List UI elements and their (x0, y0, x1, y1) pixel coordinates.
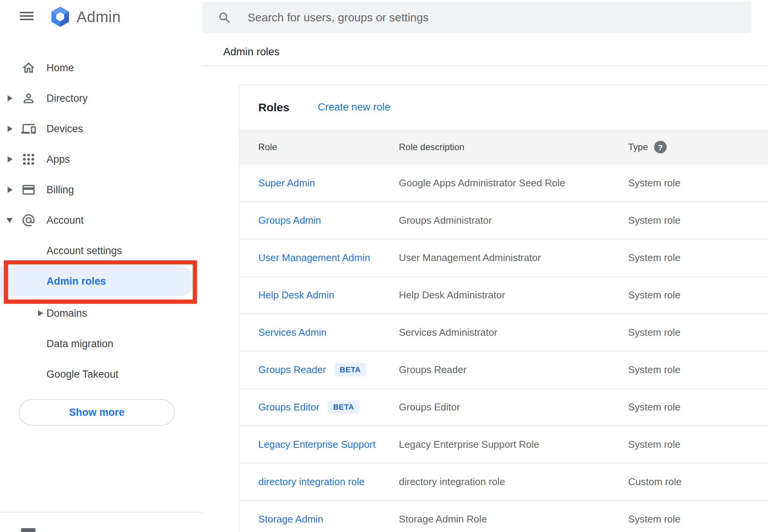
expand-arrow-icon (8, 126, 13, 132)
roles-card-title: Roles (258, 101, 290, 114)
home-icon (21, 61, 36, 75)
role-link[interactable]: Services Admin (258, 327, 326, 338)
help-question-icon[interactable]: ? (654, 141, 667, 154)
expand-arrow-icon (8, 156, 13, 162)
role-description: Groups Editor (399, 401, 460, 413)
expand-arrow-icon (8, 95, 13, 101)
expand-arrow-icon (8, 187, 13, 193)
role-description: directory integration role (399, 476, 505, 488)
role-type: System role (628, 327, 680, 338)
sidebar-item-label: Google Takeout (46, 369, 118, 380)
devices-icon (21, 122, 36, 136)
sidebar-item-label: Directory (46, 93, 88, 104)
sidebar-item-billing[interactable]: Billing (0, 175, 202, 205)
role-description: User Management Administrator (399, 252, 541, 264)
role-link[interactable]: Groups Reader (258, 364, 326, 376)
role-type: System role (628, 401, 680, 413)
sidebar-item-label: Billing (46, 184, 74, 196)
sidebar-item-account[interactable]: Account (0, 205, 202, 236)
sidebar-item-data-migration[interactable]: Data migration (0, 328, 202, 359)
role-type: System role (628, 289, 680, 301)
role-description: Legacy Enterprise Support Role (399, 439, 539, 450)
sidebar-item-label: Account (46, 215, 84, 226)
roles-card: Roles Create new role Role Role descript… (239, 85, 768, 532)
sidebar-item-label: Devices (46, 123, 83, 135)
table-row: Legacy Enterprise Support Legacy Enterpr… (239, 426, 768, 463)
role-description: Storage Admin Role (399, 513, 487, 525)
apps-grid-icon (21, 152, 36, 167)
role-link[interactable]: Groups Editor (258, 401, 319, 413)
search-icon (218, 11, 231, 24)
sidebar-divider (0, 512, 202, 513)
beta-badge: BETA (334, 363, 366, 377)
table-row: Storage Admin Storage Admin Role System … (239, 501, 768, 532)
beta-badge: BETA (328, 401, 359, 414)
page-title: Admin roles (223, 46, 280, 58)
sidebar-item-label: Data migration (46, 338, 114, 350)
role-description: Google Apps Administrator Seed Role (399, 177, 565, 189)
table-row: Help Desk Admin Help Desk Administrator … (239, 277, 768, 314)
column-header-role: Role (258, 142, 277, 152)
role-description: Groups Administrator (399, 215, 492, 226)
show-more-button[interactable]: Show more (19, 399, 175, 426)
sidebar-item-domains[interactable]: Domains (0, 298, 202, 328)
role-type: System role (628, 513, 680, 525)
roles-table-body: Super Admin Google Apps Administrator Se… (239, 165, 768, 532)
sidebar-item-label: Account settings (46, 245, 122, 257)
column-header-description: Role description (399, 142, 464, 152)
role-type: System role (628, 215, 680, 226)
table-row: User Management Admin User Management Ad… (239, 239, 768, 277)
sidebar-item-label: Domains (46, 308, 87, 319)
role-link[interactable]: User Management Admin (258, 252, 370, 264)
table-row: Super Admin Google Apps Administrator Se… (239, 165, 768, 202)
roles-table-header: Role Role description Type ? (239, 130, 768, 165)
billing-card-icon (21, 183, 36, 197)
role-description: Help Desk Administrator (399, 289, 505, 301)
sidebar-item-directory[interactable]: Directory (0, 83, 202, 114)
collapse-arrow-icon (6, 218, 13, 223)
role-description: Services Administrator (399, 327, 498, 338)
role-link[interactable]: directory integration role (258, 476, 365, 488)
table-row: directory integration role directory int… (239, 463, 768, 501)
role-type: System role (628, 177, 680, 189)
roles-card-header: Roles Create new role (239, 85, 768, 130)
role-type: System role (628, 439, 680, 450)
role-link[interactable]: Legacy Enterprise Support (258, 439, 376, 450)
role-description: Groups Reader (399, 364, 467, 376)
table-row: Services Admin Services Administrator Sy… (239, 314, 768, 351)
role-type: System role (628, 364, 680, 376)
expand-arrow-icon (38, 310, 43, 316)
table-row: Groups EditorBETA Groups Editor System r… (239, 389, 768, 426)
role-link[interactable]: Groups Admin (258, 215, 321, 226)
sidebar: Home Directory Devices Apps Billin (0, 0, 202, 532)
account-at-icon (21, 213, 36, 228)
role-link[interactable]: Super Admin (258, 177, 315, 189)
sidebar-item-account-settings[interactable]: Account settings (0, 236, 202, 266)
sidebar-item-google-takeout[interactable]: Google Takeout (0, 359, 202, 389)
create-new-role-link[interactable]: Create new role (318, 101, 390, 113)
role-link[interactable]: Help Desk Admin (258, 289, 334, 301)
role-type: System role (628, 252, 680, 264)
sidebar-item-label: Home (46, 62, 74, 74)
table-row: Groups ReaderBETA Groups Reader System r… (239, 351, 768, 389)
cutoff-icon (21, 528, 35, 532)
sidebar-item-apps[interactable]: Apps (0, 144, 202, 175)
table-row: Groups Admin Groups Administrator System… (239, 202, 768, 239)
role-link[interactable]: Storage Admin (258, 513, 323, 525)
search-input[interactable] (248, 6, 751, 29)
sidebar-item-devices[interactable]: Devices (0, 114, 202, 144)
directory-person-icon (21, 91, 36, 106)
title-divider (202, 66, 768, 66)
sidebar-item-admin-roles[interactable]: Admin roles (0, 266, 202, 296)
sidebar-item-label: Admin roles (46, 276, 106, 287)
column-header-type: Type (628, 142, 648, 152)
role-type: Custom role (628, 476, 682, 488)
search-bar[interactable] (203, 2, 751, 33)
sidebar-item-label: Apps (46, 154, 70, 165)
sidebar-item-home[interactable]: Home (0, 53, 202, 83)
